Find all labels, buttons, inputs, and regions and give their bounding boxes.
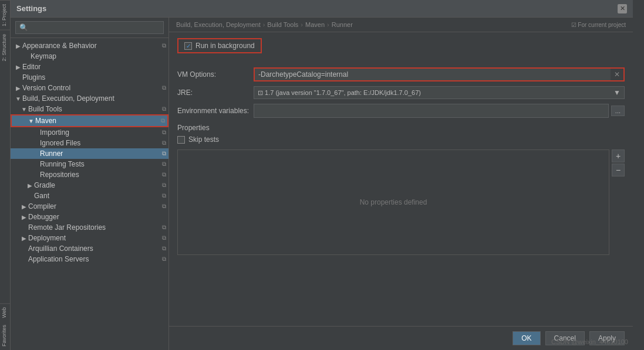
sidebar-item-compiler[interactable]: ▶ Compiler ⧉ — [11, 201, 168, 212]
jre-dropdown-arrow: ▼ — [613, 89, 621, 97]
copy-icon: ⧉ — [162, 182, 166, 189]
copy-icon: ⧉ — [162, 171, 166, 178]
close-button[interactable]: ✕ — [618, 4, 627, 13]
sidebar-item-deployment[interactable]: ▶ Deployment ⧉ — [11, 233, 168, 243]
arrow-icon: ▼ — [27, 118, 35, 124]
sidebar-item-build-exec[interactable]: ▼ Build, Execution, Deployment — [11, 93, 168, 104]
sidebar-item-editor[interactable]: ▶ Editor — [11, 62, 168, 72]
arrow-icon: ▶ — [20, 203, 28, 210]
copy-icon: ⧉ — [162, 150, 166, 157]
bc-part-1: Build, Execution, Deployment — [176, 21, 261, 28]
structure-side-tab[interactable]: 2: Structure — [0, 30, 10, 65]
arrow-icon: ▶ — [14, 43, 22, 49]
sidebar-item-label: Deployment — [28, 234, 162, 242]
jre-select[interactable]: ⊡ 1.7 (java version "1.7.0_67", path: E:… — [254, 86, 625, 99]
sidebar-item-running-tests[interactable]: Running Tests ⧉ — [11, 159, 168, 169]
sidebar-item-version-control[interactable]: ▶ Version Control ⧉ — [11, 83, 168, 93]
sidebar-item-label: Remote Jar Repositories — [28, 223, 162, 232]
run-in-background-container: Run in background — [177, 38, 262, 53]
properties-title: Properties — [177, 124, 625, 132]
ok-button[interactable]: OK — [512, 331, 540, 345]
copy-icon: ⧉ — [162, 235, 166, 242]
sidebar-item-label: Ignored Files — [40, 139, 162, 147]
properties-remove-button[interactable]: − — [612, 164, 625, 176]
copy-icon: ⧉ — [162, 129, 166, 136]
sidebar-item-runner[interactable]: Runner ⧉ — [11, 148, 168, 159]
vm-options-row: VM Options: ✕ — [177, 67, 625, 81]
env-vars-button[interactable]: ... — [611, 106, 625, 116]
skip-tests-checkbox[interactable] — [177, 136, 185, 144]
vm-options-clear-button[interactable]: ✕ — [611, 69, 623, 80]
sidebar-item-keymap[interactable]: Keymap — [11, 51, 168, 62]
sidebar-item-ignored-files[interactable]: Ignored Files ⧉ — [11, 138, 168, 148]
run-in-background-label: Run in background — [195, 42, 255, 50]
settings-dialog: Settings ✕ ▶ Appearance & Behavior ⧉ Key… — [11, 0, 633, 350]
sidebar-item-debugger[interactable]: ▶ Debugger — [11, 212, 168, 222]
env-vars-label: Environment variables: — [177, 107, 254, 115]
sidebar-item-remote-jar[interactable]: Remote Jar Repositories ⧉ — [11, 222, 168, 233]
copy-icon: ⧉ — [162, 224, 166, 231]
right-panel: Build, Execution, Deployment › Build Too… — [169, 18, 633, 350]
copy-icon: ⧉ — [162, 106, 166, 113]
side-tabs-left: 1: Project 2: Structure Web Favorites — [0, 0, 11, 350]
copy-icon: ⧉ — [162, 256, 166, 263]
sidebar-item-importing[interactable]: Importing ⧉ — [11, 127, 168, 138]
watermark: CSDN @weixin_44510100 — [551, 338, 628, 345]
properties-empty-text: No properties defined — [178, 150, 609, 254]
bc-part-3: Maven — [305, 21, 325, 28]
sidebar-item-plugins[interactable]: Plugins — [11, 72, 168, 83]
jre-value: ⊡ 1.7 (java version "1.7.0_67", path: E:… — [258, 89, 613, 97]
title-bar: Settings ✕ — [11, 0, 633, 18]
sidebar-item-label: Appearance & Behavior — [22, 42, 162, 50]
sidebar-item-label: Compiler — [28, 202, 162, 210]
arrow-icon: ▶ — [14, 64, 22, 70]
search-input[interactable] — [15, 21, 164, 34]
arrow-icon: ▼ — [14, 96, 22, 102]
bc-sep-2: › — [301, 21, 303, 28]
jre-label: JRE: — [177, 89, 254, 97]
run-in-background-checkbox[interactable] — [184, 42, 192, 50]
project-side-tab[interactable]: 1: Project — [0, 0, 10, 30]
sidebar-item-gant[interactable]: Gant ⧉ — [11, 191, 168, 201]
bc-part-4: Runner — [332, 21, 353, 28]
env-vars-row: Environment variables: ... — [177, 104, 625, 118]
copy-icon: ⧉ — [162, 84, 166, 91]
sidebar-item-label: Keymap — [31, 52, 168, 60]
sidebar-item-label: Arquillian Containers — [28, 244, 162, 253]
copy-icon: ⧉ — [162, 161, 166, 168]
sidebar-item-label: Version Control — [22, 84, 162, 92]
sidebar-item-arquillian[interactable]: Arquillian Containers ⧉ — [11, 243, 168, 254]
sidebar-item-app-servers[interactable]: Application Servers ⧉ — [11, 254, 168, 264]
properties-add-button[interactable]: + — [612, 149, 625, 162]
copy-icon: ⧉ — [162, 140, 166, 147]
arrow-icon: ▶ — [26, 182, 34, 189]
sidebar-item-build-tools[interactable]: ▼ Build Tools ⧉ — [11, 104, 168, 114]
sidebar-item-label: Gradle — [34, 181, 162, 189]
arrow-icon: ▶ — [20, 235, 28, 242]
sidebar-item-label: Repositories — [40, 171, 162, 179]
jre-row: JRE: ⊡ 1.7 (java version "1.7.0_67", pat… — [177, 86, 625, 99]
env-vars-input[interactable] — [254, 104, 609, 118]
sidebar-item-label: Gant — [34, 192, 162, 200]
dialog-title: Settings — [16, 4, 46, 13]
arrow-icon: ▶ — [14, 85, 22, 91]
sidebar-item-label: Build, Execution, Deployment — [22, 94, 168, 103]
copy-icon: ⧉ — [162, 245, 166, 252]
sidebar-item-label: Build Tools — [28, 105, 162, 113]
bc-sep-3: › — [327, 21, 329, 28]
skip-tests-label: Skip tests — [188, 135, 219, 144]
sidebar-item-repositories[interactable]: Repositories ⧉ — [11, 169, 168, 180]
sidebar-item-appearance[interactable]: ▶ Appearance & Behavior ⧉ — [11, 40, 168, 51]
breadcrumb: Build, Execution, Deployment › Build Too… — [169, 18, 633, 32]
vm-options-input[interactable] — [255, 69, 611, 80]
copy-icon: ⧉ — [162, 42, 166, 49]
web-side-tab[interactable]: Web — [0, 303, 10, 321]
copy-icon: ⧉ — [162, 203, 166, 210]
search-box — [11, 18, 168, 38]
sidebar-item-label: Importing — [40, 128, 162, 137]
favorites-side-tab[interactable]: Favorites — [0, 321, 10, 350]
sidebar-item-gradle[interactable]: ▶ Gradle ⧉ — [11, 180, 168, 191]
properties-side-buttons: + − — [612, 149, 625, 255]
content-area: Run in background VM Options: ✕ JRE: ⊡ 1… — [169, 32, 633, 326]
sidebar-item-maven[interactable]: ▼ Maven ⧉ — [11, 114, 168, 127]
